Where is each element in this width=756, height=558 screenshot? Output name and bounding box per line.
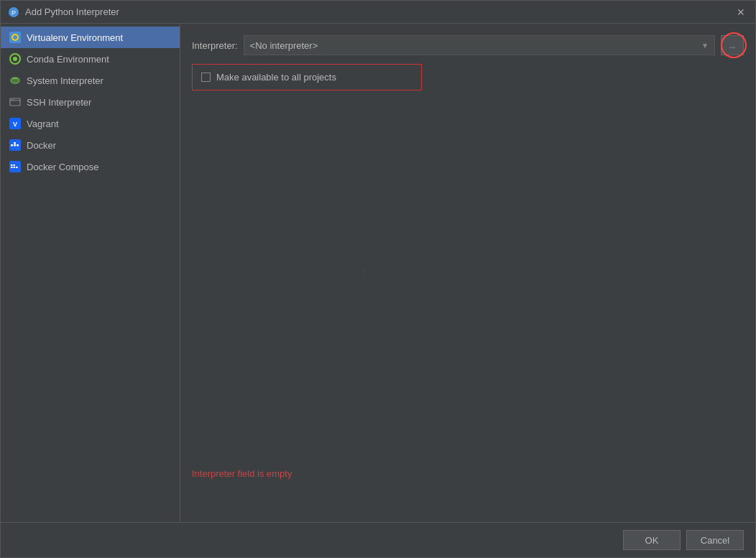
interpreter-row: Interpreter: <No interpreter> ▼ ... bbox=[192, 35, 744, 55]
svg-rect-19 bbox=[14, 167, 16, 168]
svg-text:V: V bbox=[13, 121, 17, 128]
sidebar-item-virtualenv[interactable]: Virtualenv Environment bbox=[1, 27, 180, 48]
svg-rect-22 bbox=[11, 164, 13, 166]
sidebar-item-system[interactable]: System Interpreter bbox=[1, 70, 180, 91]
svg-rect-18 bbox=[11, 167, 13, 168]
error-message: Interpreter field is empty bbox=[192, 468, 292, 479]
make-available-checkbox[interactable] bbox=[201, 73, 211, 82]
resize-handle[interactable]: ⋮ bbox=[360, 269, 366, 277]
dialog-icon: P bbox=[8, 6, 19, 18]
svg-rect-16 bbox=[14, 142, 16, 144]
sidebar-item-conda-label: Conda Environment bbox=[27, 54, 109, 65]
sidebar-item-vagrant[interactable]: V Vagrant bbox=[1, 113, 180, 134]
browse-btn-container: ... bbox=[721, 35, 744, 55]
virtualenv-icon bbox=[9, 32, 21, 43]
dialog-footer: OK Cancel bbox=[1, 522, 755, 557]
svg-point-9 bbox=[13, 99, 14, 101]
sidebar-item-virtualenv-label: Virtualenv Environment bbox=[27, 32, 123, 43]
dropdown-arrow-icon: ▼ bbox=[701, 42, 709, 50]
make-available-row: Make available to all projects bbox=[192, 64, 422, 90]
svg-rect-21 bbox=[14, 164, 16, 166]
docker-icon bbox=[9, 139, 21, 151]
interpreter-label: Interpreter: bbox=[192, 40, 238, 51]
sidebar-item-ssh[interactable]: SSH Interpreter bbox=[1, 91, 180, 113]
sidebar: Virtualenv Environment Conda Environment bbox=[1, 24, 180, 522]
close-button[interactable]: ✕ bbox=[734, 5, 748, 19]
svg-text:P: P bbox=[11, 9, 16, 17]
title-bar: P Add Python Interpreter ✕ bbox=[1, 1, 755, 24]
sidebar-item-system-label: System Interpreter bbox=[27, 75, 103, 86]
sidebar-item-docker-compose[interactable]: Docker Compose bbox=[1, 156, 180, 177]
vagrant-icon: V bbox=[9, 118, 21, 129]
sidebar-item-conda[interactable]: Conda Environment bbox=[1, 48, 180, 70]
add-python-interpreter-dialog: P Add Python Interpreter ✕ Virtualenv En… bbox=[0, 0, 756, 558]
interpreter-dropdown[interactable]: <No interpreter> ▼ bbox=[244, 35, 715, 55]
svg-rect-14 bbox=[14, 144, 16, 147]
docker-compose-icon bbox=[9, 161, 21, 172]
cancel-button[interactable]: Cancel bbox=[686, 530, 744, 550]
ssh-icon bbox=[9, 96, 21, 108]
main-content: Interpreter: <No interpreter> ▼ ... Make… bbox=[180, 24, 755, 522]
conda-icon bbox=[9, 53, 21, 65]
svg-point-8 bbox=[11, 99, 13, 101]
svg-rect-13 bbox=[11, 144, 13, 147]
svg-point-5 bbox=[13, 57, 17, 61]
sidebar-item-docker-compose-label: Docker Compose bbox=[27, 162, 98, 172]
sidebar-item-ssh-label: SSH Interpreter bbox=[27, 97, 91, 108]
svg-rect-15 bbox=[17, 144, 19, 147]
ok-button[interactable]: OK bbox=[623, 530, 681, 550]
dialog-body: Virtualenv Environment Conda Environment bbox=[1, 24, 755, 522]
svg-rect-20 bbox=[16, 167, 18, 168]
system-icon bbox=[9, 75, 21, 86]
interpreter-value: <No interpreter> bbox=[250, 40, 318, 51]
browse-button[interactable]: ... bbox=[721, 35, 744, 55]
dialog-title: Add Python Interpreter bbox=[25, 6, 119, 17]
sidebar-item-vagrant-label: Vagrant bbox=[27, 118, 59, 129]
make-available-label: Make available to all projects bbox=[216, 72, 336, 83]
svg-rect-2 bbox=[9, 32, 21, 43]
title-bar-left: P Add Python Interpreter bbox=[8, 6, 119, 18]
sidebar-item-docker[interactable]: Docker bbox=[1, 134, 180, 156]
sidebar-item-docker-label: Docker bbox=[27, 140, 56, 151]
